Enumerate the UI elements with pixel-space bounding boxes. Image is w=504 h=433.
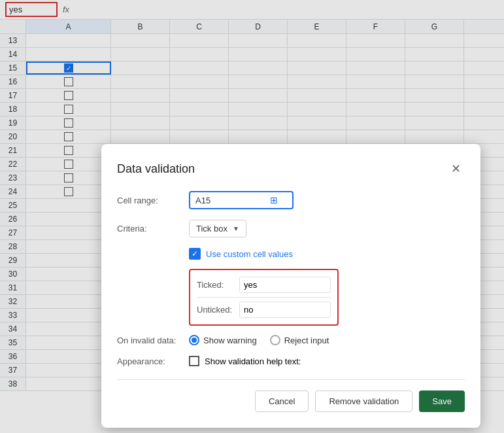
appearance-control: Show validation help text:: [189, 356, 465, 366]
modal-header: Data validation ✕: [117, 160, 465, 178]
criteria-label: Criteria:: [117, 224, 189, 234]
ticked-unticked-row: Ticked: Unticked:: [117, 269, 465, 326]
remove-validation-button[interactable]: Remove validation: [315, 390, 412, 412]
custom-values-checkbox[interactable]: ✓: [189, 248, 201, 260]
grid-select-icon[interactable]: ⊞: [270, 195, 278, 205]
criteria-row: Criteria: Tick box ▼: [117, 220, 465, 237]
unticked-input[interactable]: [239, 302, 331, 318]
cell-range-input-wrapper: ⊞: [189, 191, 294, 209]
radio-group: Show warning Reject input: [189, 335, 329, 345]
unticked-label: Unticked:: [197, 305, 239, 315]
reject-input-radio[interactable]: [270, 335, 280, 345]
criteria-dropdown[interactable]: Tick box ▼: [189, 220, 246, 237]
cell-range-field[interactable]: [195, 196, 267, 205]
close-button[interactable]: ✕: [446, 160, 465, 178]
appearance-row: Appearance: Show validation help text:: [117, 356, 465, 366]
show-warning-radio[interactable]: [189, 335, 199, 345]
modal-title: Data validation: [117, 162, 195, 176]
custom-values-label: Use custom cell values: [206, 249, 293, 259]
ticked-input[interactable]: [239, 277, 331, 293]
ticked-label: Ticked:: [197, 280, 239, 290]
ticked-unticked-box: Ticked: Unticked:: [189, 269, 339, 326]
show-warning-option[interactable]: Show warning: [189, 335, 257, 345]
criteria-dropdown-arrow: ▼: [233, 225, 239, 232]
cell-range-label: Cell range:: [117, 196, 189, 205]
show-help-label: Show validation help text:: [205, 356, 301, 366]
unticked-row: Unticked:: [197, 299, 331, 320]
modal-footer: Cancel Remove validation Save: [117, 379, 465, 412]
on-invalid-label: On invalid data:: [117, 336, 189, 345]
criteria-value: Tick box: [196, 224, 227, 234]
criteria-control: Tick box ▼: [189, 220, 465, 237]
reject-input-label: Reject input: [284, 336, 329, 345]
cell-range-control: ⊞: [189, 191, 465, 209]
reject-input-option[interactable]: Reject input: [270, 335, 329, 345]
appearance-checkbox[interactable]: [189, 356, 199, 366]
on-invalid-control: Show warning Reject input: [189, 335, 465, 345]
cancel-button[interactable]: Cancel: [255, 390, 309, 412]
cell-range-row: Cell range: ⊞: [117, 191, 465, 209]
on-invalid-row: On invalid data: Show warning Reject inp…: [117, 335, 465, 345]
save-button[interactable]: Save: [419, 390, 465, 412]
show-warning-label: Show warning: [203, 336, 257, 345]
appearance-label: Appearance:: [117, 356, 189, 366]
tu-divider: [197, 297, 331, 298]
custom-values-row: ✓ Use custom cell values: [189, 248, 465, 260]
ticked-row: Ticked:: [197, 274, 331, 296]
data-validation-modal: Data validation ✕ Cell range: ⊞ Criteria…: [101, 144, 480, 428]
